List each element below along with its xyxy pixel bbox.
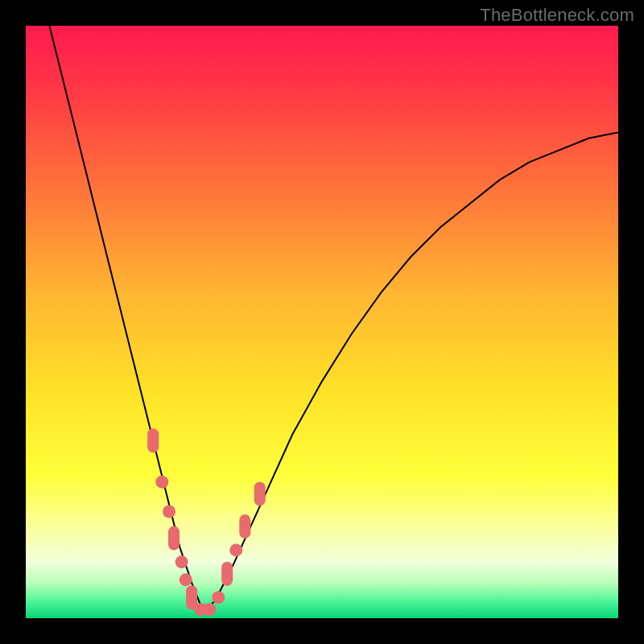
marker-capsule bbox=[168, 526, 180, 551]
marker-dot bbox=[175, 555, 188, 568]
marker-dot bbox=[229, 543, 242, 556]
marker-dot bbox=[203, 603, 216, 616]
marker-capsule bbox=[254, 481, 266, 506]
curve-line bbox=[49, 26, 618, 613]
marker-capsule bbox=[221, 562, 233, 586]
chart-frame: TheBottleneck.com bbox=[0, 0, 644, 644]
marker-dot bbox=[212, 591, 225, 604]
marker-capsule bbox=[147, 428, 159, 452]
bottleneck-curve bbox=[26, 26, 618, 618]
marker-dot bbox=[180, 573, 192, 586]
marker-capsule bbox=[239, 514, 250, 539]
plot-area bbox=[26, 26, 618, 618]
marker-dot bbox=[155, 476, 168, 489]
marker-dot bbox=[163, 506, 175, 518]
watermark-text: TheBottleneck.com bbox=[480, 5, 634, 26]
gpu-markers bbox=[147, 428, 266, 616]
